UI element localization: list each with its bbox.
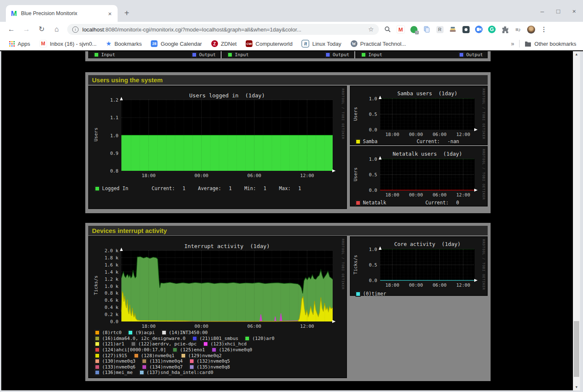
bookmark-item-cw[interactable]: CWComputerworld xyxy=(246,40,292,47)
interrupt-legend-item: (125)eno1 xyxy=(173,347,205,353)
interrupt-legend-row: (124)ahci[0000:00:17.0](125)eno1(126)nvm… xyxy=(95,347,343,353)
legend-output: Output xyxy=(459,52,483,57)
y-tick-label: 0.0 xyxy=(89,319,118,324)
reload-button[interactable]: ↻ xyxy=(36,24,47,35)
grammarly-icon[interactable]: G xyxy=(487,25,496,34)
address-bar[interactable]: i localhost:8080/monitorix-cgi/monitorix… xyxy=(67,24,379,35)
scrollbar-thumb[interactable] xyxy=(574,321,579,377)
users-logged-in-panel: Users logged in (1day) Users RRDTOOL / T… xyxy=(88,86,347,209)
bookmarks-overflow-chevron[interactable]: » xyxy=(511,40,515,47)
zoom-camera-icon[interactable] xyxy=(474,25,483,34)
monitorix-page: InputOutputInputOutputInputOutput Users … xyxy=(1,51,573,390)
browser-tab[interactable]: M Blue Precision Monitorix × xyxy=(6,5,118,22)
interrupt-activity-graph[interactable] xyxy=(121,251,333,321)
x-tick-label: 00:00 xyxy=(405,192,426,198)
bookmark-label: Practical Technol... xyxy=(360,41,406,47)
bookmark-item-apps-grid[interactable]: Apps xyxy=(9,41,30,47)
apps-grid-icon xyxy=(9,41,15,47)
other-bookmarks-button[interactable]: Other bookmarks xyxy=(534,41,576,47)
vertical-scrollbar[interactable]: ▲ ▼ xyxy=(573,51,580,390)
window-edge-right xyxy=(580,51,583,390)
phone-icon[interactable]: ? xyxy=(409,25,418,34)
site-info-icon[interactable]: i xyxy=(72,26,79,33)
core-activity-graph[interactable] xyxy=(380,249,475,280)
scroll-down-arrow[interactable]: ▼ xyxy=(573,384,580,390)
bookmark-label: Linux Today xyxy=(312,41,341,47)
y-tick-label: 1.0 xyxy=(351,247,377,252)
x-tick-label: 06:00 xyxy=(429,192,450,198)
window-minimize-button[interactable]: – xyxy=(537,8,548,15)
back-button[interactable]: ← xyxy=(6,24,17,35)
y-tick-label: 0.2 k xyxy=(89,312,118,317)
keeper-icon[interactable] xyxy=(461,25,470,34)
x-tick-label: 06:00 xyxy=(429,282,450,288)
home-button[interactable]: ⌂ xyxy=(51,24,62,35)
forward-button[interactable]: → xyxy=(21,24,32,35)
x-tick-label: 06:00 xyxy=(429,132,450,137)
gmail-icon[interactable]: M xyxy=(396,25,405,34)
interrupt-legend-row: (133)nvme0q6(134)nvme0q7(135)nvme0q8 xyxy=(95,364,343,370)
window-edge-bottom xyxy=(0,390,583,392)
y-tick-label: 1.0 xyxy=(351,97,377,101)
profile-avatar-icon[interactable] xyxy=(526,25,536,34)
interrupt-legend-item: (8)rtc0 xyxy=(95,330,121,335)
y-tick-label: 1.4 k xyxy=(89,270,118,274)
interrupt-legend-item: (131)nvme0q4 xyxy=(142,358,182,364)
bookmark-label: Apps xyxy=(18,41,30,47)
interrupt-legend-item: (9)acpi xyxy=(128,330,155,335)
menu-kebab-icon[interactable]: ⋮ xyxy=(539,25,549,34)
x-tick-label: 00:00 xyxy=(405,132,426,137)
bookmark-label: ZDNet xyxy=(221,41,237,47)
interrupt-legend-item: (127)i915 xyxy=(95,353,127,358)
browser-toolbar: ← → ↻ ⌂ i localhost:8080/monitorix-cgi/m… xyxy=(0,22,583,37)
bookmark-item-star[interactable]: ★Bookmarks xyxy=(106,40,142,47)
bookmark-item-calendar[interactable]: 28Google Calendar xyxy=(151,40,202,47)
bookmark-item-linuxtoday[interactable]: ltLinux Today xyxy=(302,40,341,47)
bookmark-item-wordpress[interactable]: WPractical Technol... xyxy=(351,40,406,47)
playlist-icon[interactable]: ≡♪ xyxy=(513,25,523,34)
core-graph-legend: (0)timer xyxy=(356,291,472,297)
window-close-button[interactable]: × xyxy=(569,8,580,15)
interrupt-legend-row: (16)idma64.0, i2c_designware.0(21)i801_s… xyxy=(95,336,343,342)
scroll-up-arrow[interactable]: ▲ xyxy=(573,51,580,57)
cutoff-graph-panel[interactable]: InputOutput xyxy=(355,51,488,58)
bookmark-item-zdnet[interactable]: ZZDNet xyxy=(211,40,237,47)
cw-icon: CW xyxy=(246,40,252,47)
legend-stats: Current:1Average:1Min:1Max:1 xyxy=(152,186,314,191)
cutoff-graph-panel[interactable]: InputOutput xyxy=(222,51,354,58)
interrupt-graph-title: Interrupt activity (1day) xyxy=(121,243,333,249)
interrupt-legend-item: (135)nvme0q8 xyxy=(189,364,230,370)
history-r-icon[interactable]: R xyxy=(435,25,444,34)
new-tab-button[interactable]: + xyxy=(124,8,129,18)
interrupt-legend-item: (121)ar1 xyxy=(95,341,124,347)
tab-close-icon[interactable]: × xyxy=(106,10,113,17)
copy-pages-icon[interactable] xyxy=(422,25,431,34)
legend-output: Output xyxy=(192,52,216,57)
x-tick-label: 00:00 xyxy=(191,173,212,178)
legend-item: Samba xyxy=(356,139,378,144)
window-maximize-button[interactable]: □ xyxy=(553,8,564,15)
search-icon[interactable] xyxy=(383,25,392,34)
samba-users-graph[interactable] xyxy=(380,99,475,130)
devices-section-title: Devices interrupt activity xyxy=(88,226,488,235)
books-stack-icon[interactable] xyxy=(448,25,457,34)
users-logged-in-graph[interactable] xyxy=(121,100,333,171)
netatalk-users-graph[interactable] xyxy=(380,159,475,190)
x-tick-label: 18:00 xyxy=(382,132,403,137)
url-text[interactable]: localhost:8080/monitorix-cgi/monitorix.c… xyxy=(82,26,366,33)
bookmark-star-icon[interactable]: ☆ xyxy=(368,26,374,33)
interrupt-legend-row: (121)ar1(122)aerdrv, pcie-dpc(123)xhci_h… xyxy=(95,341,343,347)
bookmark-item-gmail[interactable]: MInbox (16) - sjvn0... xyxy=(39,40,97,47)
cutoff-graph-panel[interactable]: InputOutput xyxy=(88,51,221,58)
y-tick-label: 1.0 xyxy=(89,133,118,138)
interrupt-legend-item: (134)nvme0q7 xyxy=(142,364,182,370)
y-tick-label: 0.5 xyxy=(351,112,377,117)
extensions-puzzle-icon[interactable] xyxy=(500,25,509,34)
y-tick-label: 1.0 xyxy=(351,157,377,162)
window-edge-left xyxy=(0,51,1,392)
interrupt-legend-row: (130)nvme0q3(131)nvme0q4(132)nvme0q5 xyxy=(95,358,343,364)
wordpress-icon: W xyxy=(351,40,357,47)
x-tick-label: 06:00 xyxy=(244,173,265,178)
y-tick-label: 1.6 k xyxy=(89,263,118,267)
stat-current: Current:0 xyxy=(425,200,459,206)
